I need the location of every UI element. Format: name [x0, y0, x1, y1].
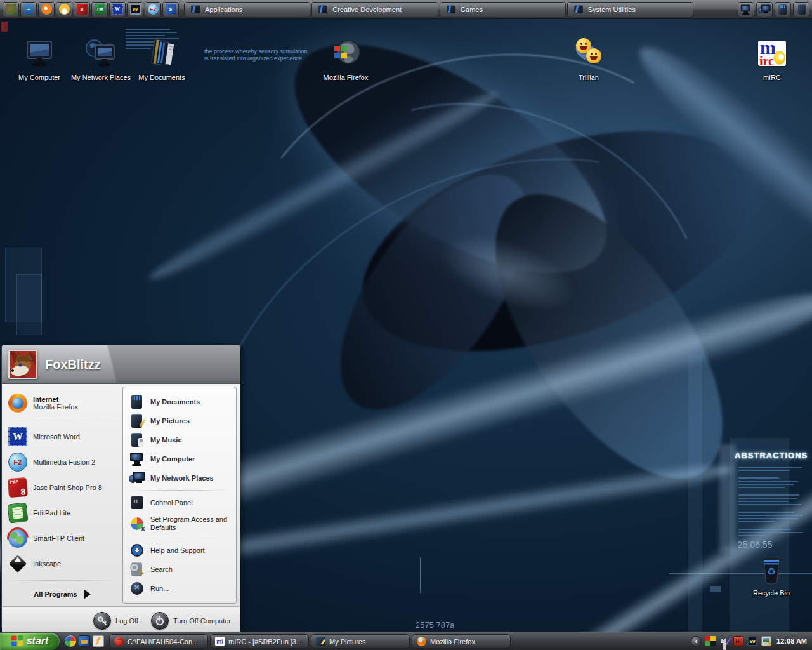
menu-item-label: Run... [150, 585, 169, 592]
dock-my-network-places-icon[interactable] [756, 2, 773, 17]
trillian-icon [572, 37, 605, 70]
menu-item-multimedia-fusion-2[interactable]: F2 Multimedia Fusion 2 [4, 449, 120, 475]
my-computer-icon [129, 451, 145, 467]
menu-item-inkscape[interactable]: Inkscape [4, 551, 120, 576]
dock-fusion-f2-icon[interactable]: F2 [145, 2, 161, 17]
menu-item-microsoft-word[interactable]: W Microsoft Word [4, 424, 120, 449]
menu-separator [10, 580, 115, 581]
menu-item-search[interactable]: Search [126, 560, 233, 579]
menu-item-jasc-paint-shop-pro-8[interactable]: PSP8 Jasc Paint Shop Pro 8 [4, 475, 120, 500]
dock-tails-icon[interactable] [56, 2, 72, 17]
tray-monitor-99-icon[interactable]: 99 [747, 636, 757, 646]
menu-item-help-and-support[interactable]: Help and Support [126, 541, 233, 560]
run-icon [129, 580, 145, 597]
dock-my-documents-icon[interactable] [775, 2, 791, 17]
control-panel-icon [129, 494, 145, 511]
start-button[interactable]: start [0, 633, 60, 650]
desktop-icon-my-computer[interactable]: My Computer [8, 37, 71, 82]
menu-item-label: My Music [150, 436, 182, 444]
desktop-icon-label: mIRC [740, 73, 804, 82]
wallpaper-petal [397, 196, 619, 349]
color-ball-icon[interactable] [65, 635, 76, 647]
tray-fah-icon[interactable] [733, 636, 743, 646]
dock-word-icon[interactable]: W [109, 2, 126, 17]
wallpaper-light-pillar [719, 444, 736, 552]
tray-quadrant-icon[interactable] [705, 636, 716, 646]
desktop-icon-trillian[interactable]: Trillian [557, 37, 620, 82]
wallpaper-serial-code: 2575 787a [416, 620, 454, 630]
tab-applications[interactable]: Applications [184, 2, 310, 17]
tab-games[interactable]: Games [440, 2, 566, 17]
task-button-label: mIRC - [#SRB2Fun [3... [228, 638, 302, 646]
user-avatar [8, 350, 37, 379]
taskbar-quick-launch [61, 635, 108, 647]
tab-creative-development[interactable]: Creative Development [311, 2, 438, 17]
dock-blender-icon[interactable] [38, 2, 55, 17]
dock-paint-shop-pro-icon[interactable]: 8 [74, 2, 90, 17]
menu-item-my-network-places[interactable]: My Network Places [126, 468, 233, 488]
wallpaper-tech-rect [16, 274, 42, 335]
menu-item-label: Inkscape [33, 560, 61, 567]
menu-item-internet[interactable]: Internet Mozilla Firefox [4, 388, 120, 418]
menu-item-set-program-access[interactable]: x Set Program Access and Defaults [126, 512, 233, 535]
dock-textmaker-icon[interactable]: TM [91, 2, 108, 17]
menu-item-my-computer[interactable]: My Computer [126, 449, 233, 468]
desktop-icon-label: My Documents [130, 73, 193, 82]
paint-shop-pro-icon: PSP8 [8, 477, 28, 498]
dock-my-computer-icon[interactable] [738, 2, 754, 17]
wallpaper-caption: the process whereby sensory stimulation … [204, 48, 308, 62]
desktop-icon-my-documents[interactable]: My Documents [130, 37, 193, 82]
screen: ~ 8 TM W 99 F2 S Applications Creative D… [0, 0, 812, 650]
task-button-label: My Pictures [329, 638, 365, 646]
tab-system-utilities[interactable]: System Utilities [567, 2, 693, 17]
taskbar-clock[interactable]: 12:08 AM [775, 637, 807, 645]
desktop-icon-recycle-bin[interactable]: ♻ Recycle Bin [740, 552, 803, 597]
menu-item-my-pictures[interactable]: My Pictures [126, 411, 233, 430]
firefox-icon [417, 637, 426, 646]
volume-icon[interactable] [719, 636, 730, 646]
menu-item-control-panel[interactable]: Control Panel [126, 493, 233, 512]
log-off-button[interactable]: Log Off [93, 612, 138, 630]
dock-smartftp-icon[interactable]: S [162, 2, 179, 17]
program-access-icon: x [129, 515, 145, 532]
turn-off-label: Turn Off Computer [173, 617, 231, 625]
tray-picture-icon[interactable] [761, 636, 771, 646]
arrow-right-icon [84, 589, 91, 599]
menu-item-editpad-lite[interactable]: EditPad Lite [4, 500, 120, 526]
log-off-label: Log Off [115, 617, 138, 625]
turn-off-computer-button[interactable]: Turn Off Computer [151, 612, 231, 630]
task-button-fah-console[interactable]: C:\FAH\FAH504-Con... [109, 634, 208, 649]
show-desktop-icon[interactable] [79, 635, 90, 647]
menu-item-smartftp-client[interactable]: SmartFTP Client [4, 526, 120, 551]
task-button-my-pictures[interactable]: My Pictures [311, 634, 410, 649]
menu-item-label: My Network Places [150, 474, 214, 482]
task-button-mozilla-firefox[interactable]: Mozilla Firefox [412, 634, 511, 649]
object-dock-bar: ~ 8 TM W 99 F2 S Applications Creative D… [0, 0, 812, 19]
wallpaper-petal [452, 157, 766, 515]
winamp-lightning-icon[interactable] [93, 635, 104, 647]
menu-item-my-music[interactable]: My Music [126, 430, 233, 449]
inkscape-icon [8, 554, 27, 573]
dock-monitor-99-icon[interactable]: 99 [127, 2, 143, 17]
tab-applications-label: Applications [205, 6, 242, 13]
help-lifebuoy-icon [129, 542, 145, 559]
mirc-icon: mi [215, 637, 225, 646]
task-button-label: Mozilla Firefox [430, 638, 475, 646]
menu-item-my-documents[interactable]: My Documents [126, 392, 233, 411]
desktop-icon-label: My Computer [8, 73, 71, 82]
menu-item-run[interactable]: Run... [126, 579, 233, 598]
dock-wave-editor-icon[interactable]: ~ [20, 2, 37, 17]
menu-separator [131, 490, 228, 491]
menu-item-label: Set Program Access and Defaults [150, 515, 230, 532]
desktop-icon-mirc[interactable]: mirc mIRC [740, 37, 804, 82]
tab-system-utilities-label: System Utilities [588, 6, 636, 13]
wallpaper-petal [336, 88, 780, 394]
dock-game-character-icon[interactable] [3, 2, 19, 17]
word-icon: W [8, 427, 27, 446]
all-programs-button[interactable]: All Programs [4, 583, 120, 605]
task-button-mirc[interactable]: mi mIRC - [#SRB2Fun [3... [210, 634, 309, 649]
tray-collapse-chevron[interactable]: ‹ [691, 636, 702, 647]
desktop-icon-mozilla-firefox[interactable]: Mozilla Firefox [314, 37, 377, 82]
dock-recycle-bin-icon[interactable] [793, 2, 809, 17]
desktop-icon-my-network-places[interactable]: My Network Places [69, 37, 133, 82]
